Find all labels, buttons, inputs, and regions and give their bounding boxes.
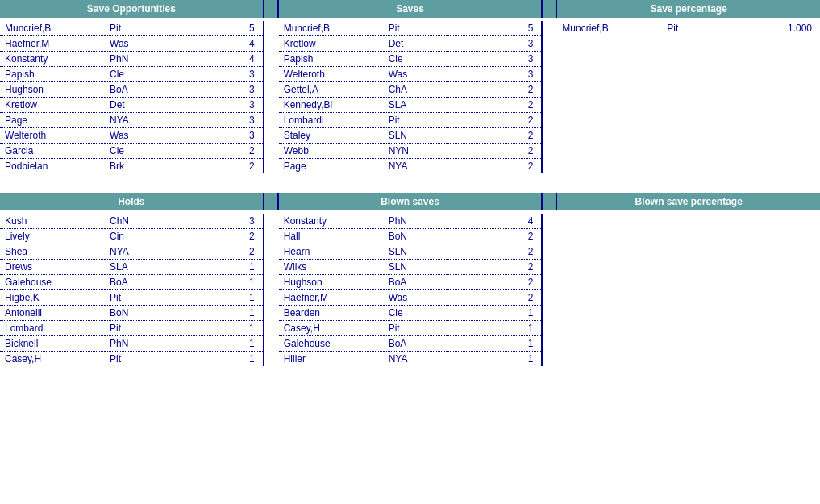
player-stat: 2	[169, 244, 263, 260]
table-row: Kennedy,BiSLA2	[279, 98, 542, 113]
player-team: PhN	[384, 214, 448, 229]
player-stat: 2	[169, 144, 263, 159]
table-row: KonstantyPhN4	[0, 52, 263, 67]
player-team: SLN	[384, 244, 448, 260]
saves-table: Muncrief,BPit5KretlowDet3PapishCle3Welte…	[279, 21, 542, 173]
player-name: Galehouse	[279, 336, 384, 352]
blown-saves-panel: KonstantyPhN4HallBoN2HearnSLN2WilksSLN2H…	[279, 214, 543, 366]
table-row: WebbNYN2	[279, 144, 542, 159]
player-name: Welteroth	[0, 128, 105, 144]
blown-save-pct-header: Blown save percentage	[557, 193, 820, 210]
save-opps-table: Muncrief,BPit5Haefner,MWas4KonstantyPhN4…	[0, 21, 263, 173]
table-row: PageNYA3	[0, 113, 263, 128]
player-stat: 3	[448, 67, 542, 82]
player-name: Bearden	[279, 306, 384, 321]
player-team: Cle	[105, 67, 169, 82]
section1-data: Muncrief,BPit5Haefner,MWas4KonstantyPhN4…	[0, 21, 820, 173]
table-row: LombardiPit1	[0, 321, 263, 336]
player-team: BoA	[105, 82, 169, 98]
table-row: SheaNYA2	[0, 244, 263, 260]
player-stat: 1	[448, 306, 542, 321]
player-stat: 2	[448, 260, 542, 275]
table-row: Casey,HPit1	[279, 321, 542, 336]
player-stat: 1	[448, 336, 542, 352]
player-stat: 2	[448, 229, 542, 244]
table-row: GalehouseBoA1	[0, 275, 263, 290]
table-row: Muncrief,BPit1.000	[557, 21, 820, 35]
player-team: ChN	[105, 214, 169, 229]
player-stat: 4	[169, 52, 263, 67]
player-name: Haefner,M	[279, 290, 384, 306]
player-stat: 4	[169, 36, 263, 52]
player-team: Pit	[384, 321, 448, 336]
player-team: BoN	[384, 229, 448, 244]
player-team: NYA	[105, 244, 169, 260]
holds-table: KushChN3LivelyCin2SheaNYA2DrewsSLA1Galeh…	[0, 214, 263, 366]
table-row: PapishCle3	[0, 67, 263, 82]
player-team: Was	[384, 290, 448, 306]
player-team: Cle	[384, 306, 448, 321]
table-row: StaleySLN2	[279, 128, 542, 144]
player-stat: 2	[448, 82, 542, 98]
player-team: NYA	[384, 159, 448, 174]
player-team: Was	[105, 128, 169, 144]
table-row: HughsonBoA3	[0, 82, 263, 98]
player-stat: 2	[169, 229, 263, 244]
table-row: AntonelliBoN1	[0, 306, 263, 321]
table-row: Muncrief,BPit5	[279, 21, 542, 36]
player-stat: 2	[169, 159, 263, 174]
player-stat: 1	[169, 336, 263, 352]
table-row: BeardenCle1	[279, 306, 542, 321]
player-name: Konstanty	[0, 52, 105, 67]
table-row: LivelyCin2	[0, 229, 263, 244]
table-row: WilksSLN2	[279, 260, 542, 275]
player-team: Pit	[662, 21, 726, 35]
player-team: PhN	[105, 336, 169, 352]
table-row: HughsonBoA2	[279, 275, 542, 290]
player-team: Cin	[105, 229, 169, 244]
player-team: SLA	[105, 260, 169, 275]
table-row: WelterothWas3	[0, 128, 263, 144]
table-row: KretlowDet3	[0, 98, 263, 113]
player-team: Det	[384, 36, 448, 52]
player-name: Lombardi	[279, 113, 384, 128]
player-name: Muncrief,B	[279, 21, 384, 36]
table-row: PageNYA2	[279, 159, 542, 174]
player-name: Lombardi	[0, 321, 105, 336]
player-stat: 2	[448, 290, 542, 306]
player-team: Was	[384, 67, 448, 82]
table-row: KretlowDet3	[279, 36, 542, 52]
player-name: Welteroth	[279, 67, 384, 82]
player-stat: 3	[169, 98, 263, 113]
holds-panel: KushChN3LivelyCin2SheaNYA2DrewsSLA1Galeh…	[0, 214, 264, 366]
table-row: GarciaCle2	[0, 144, 263, 159]
player-stat: 5	[169, 21, 263, 36]
player-name: Hughson	[0, 82, 105, 98]
player-name: Antonelli	[0, 306, 105, 321]
save-opps-panel: Muncrief,BPit5Haefner,MWas4KonstantyPhN4…	[0, 21, 264, 173]
player-name: Page	[279, 159, 384, 174]
player-name: Konstanty	[279, 214, 384, 229]
player-team: SLN	[384, 260, 448, 275]
page: Save Opportunities Saves Save percentage…	[0, 0, 820, 366]
player-team: NYA	[384, 352, 448, 367]
table-row: LombardiPit2	[279, 113, 542, 128]
player-name: Papish	[0, 67, 105, 82]
player-stat: 2	[448, 244, 542, 260]
table-row: Higbe,KPit1	[0, 290, 263, 306]
player-stat: 1	[169, 290, 263, 306]
table-row: HallBoN2	[279, 229, 542, 244]
player-stat: 3	[169, 82, 263, 98]
save-pct-header: Save percentage	[557, 0, 820, 18]
table-row: DrewsSLA1	[0, 260, 263, 275]
player-name: Hearn	[279, 244, 384, 260]
player-stat: 3	[448, 52, 542, 67]
section2-header-row: Holds Blown saves Blown save percentage	[0, 193, 820, 210]
player-name: Kretlow	[0, 98, 105, 113]
save-pct-table: Muncrief,BPit1.000	[557, 21, 820, 35]
table-row: Muncrief,BPit5	[0, 21, 263, 36]
table-row: PapishCle3	[279, 52, 542, 67]
player-name: Papish	[279, 52, 384, 67]
player-name: Higbe,K	[0, 290, 105, 306]
player-name: Hiller	[279, 352, 384, 367]
